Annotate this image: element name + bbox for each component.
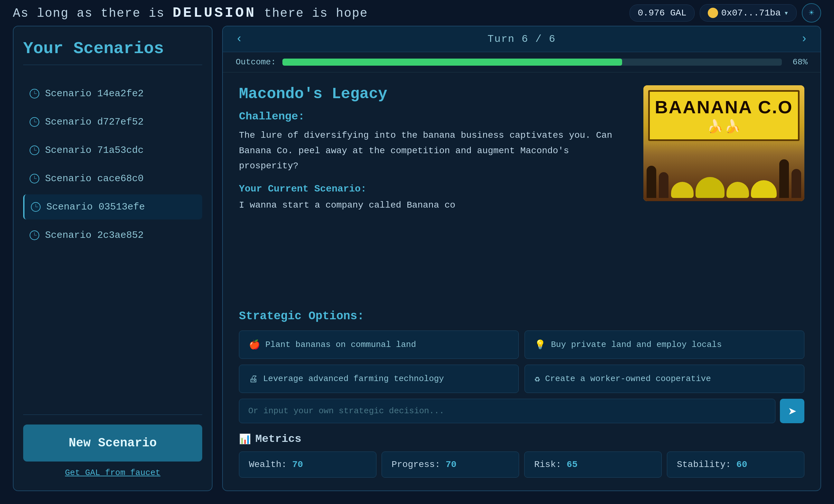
challenge-label: Challenge:: [239, 110, 627, 123]
clock-icon: [30, 174, 39, 183]
progress-value: 70: [446, 460, 457, 469]
metrics-section: 📊 Metrics Wealth: 70 Progress: 70 Risk: …: [223, 433, 820, 490]
coin-icon: [708, 8, 718, 18]
wallet-address: 0x07...71ba: [721, 8, 781, 18]
gal-badge: 0.976 GAL: [630, 4, 694, 22]
content-right: BAANANA C.O 🍌 🍌: [643, 85, 804, 297]
option-farming-tech[interactable]: 🖨 Leverage advanced farming technology: [239, 365, 519, 393]
metrics-title-row: 📊 Metrics: [239, 433, 804, 445]
prev-turn-button[interactable]: ‹: [236, 32, 243, 46]
progress-label: Progress:: [392, 460, 440, 469]
sidebar-divider: [23, 414, 202, 415]
metric-stability: Stability: 60: [667, 452, 804, 478]
risk-label: Risk:: [534, 460, 561, 469]
main-layout: Your Scenarios Scenario 14ea2fe2 Scenari…: [0, 26, 834, 504]
scenario-label: Scenario 71a53cdc: [45, 145, 144, 156]
clock-icon: [30, 117, 39, 127]
option-label: Leverage advanced farming technology: [263, 374, 444, 384]
sidebar-item-2c3ae852[interactable]: Scenario 2c3ae852: [23, 223, 202, 248]
current-scenario-label: Your Current Scenario:: [239, 183, 627, 194]
strategic-options-section: Strategic Options: 🍎 Plant bananas on co…: [223, 310, 820, 433]
scenario-label: Scenario 2c3ae852: [45, 230, 144, 241]
scenario-label: Scenario 14ea2fe2: [45, 88, 144, 99]
metrics-grid: Wealth: 70 Progress: 70 Risk: 65 Stabili…: [239, 452, 804, 478]
send-strategy-button[interactable]: ➤: [780, 399, 804, 423]
plant-icon: 🍎: [249, 339, 260, 350]
metric-risk: Risk: 65: [524, 452, 662, 478]
sidebar-item-71a53cdc[interactable]: Scenario 71a53cdc: [23, 138, 202, 163]
clock-icon: [30, 145, 39, 155]
main-content: ‹ Turn 6 / 6 › Outcome: 68% Macondo's Le…: [222, 26, 821, 491]
gal-amount: 0.976 GAL: [638, 8, 686, 18]
strategic-options-title: Strategic Options:: [239, 310, 804, 323]
custom-strategy-input[interactable]: [239, 399, 775, 423]
sidebar: Your Scenarios Scenario 14ea2fe2 Scenari…: [13, 26, 213, 491]
outcome-percent: 68%: [788, 57, 808, 67]
stability-label: Stability:: [677, 460, 731, 469]
scenario-list: Scenario 14ea2fe2 Scenario d727ef52 Scen…: [23, 81, 202, 405]
wealth-value: 70: [292, 460, 303, 469]
challenge-text: The lure of diversifying into the banana…: [239, 128, 627, 174]
clock-icon: [30, 230, 39, 240]
turn-label: Turn 6 / 6: [487, 33, 556, 45]
outcome-progress-bar: [282, 59, 782, 66]
wallet-badge[interactable]: 0x07...71ba ▾: [700, 4, 797, 22]
sidebar-item-cace68c0[interactable]: Scenario cace68c0: [23, 166, 202, 191]
settings-button[interactable]: ☀: [802, 3, 821, 23]
tagline-suffix: there is hope: [264, 6, 368, 20]
custom-input-row: ➤: [239, 399, 804, 423]
sidebar-item-03513efe[interactable]: Scenario 03513efe: [23, 194, 202, 220]
risk-value: 65: [567, 460, 578, 469]
sidebar-item-d727ef52[interactable]: Scenario d727ef52: [23, 109, 202, 135]
option-cooperative[interactable]: ♻ Create a worker-owned cooperative: [525, 365, 804, 393]
option-label: Plant bananas on communal land: [265, 340, 416, 349]
scenario-main-title: Macondo's Legacy: [239, 85, 627, 103]
option-plant-bananas[interactable]: 🍎 Plant bananas on communal land: [239, 330, 519, 359]
scenario-image: BAANANA C.O 🍌 🍌: [643, 85, 804, 201]
recycle-icon: ♻: [534, 373, 540, 384]
header-right: 0.976 GAL 0x07...71ba ▾ ☀: [630, 3, 821, 23]
tagline-prefix: As long as there is: [13, 6, 164, 20]
sidebar-item-14ea2fe2[interactable]: Scenario 14ea2fe2: [23, 81, 202, 106]
header: As long as there is DELUSION there is ho…: [0, 0, 834, 26]
wealth-label: Wealth:: [249, 460, 287, 469]
send-icon: ➤: [788, 405, 797, 417]
sidebar-title: Your Scenarios: [23, 39, 202, 65]
lightbulb-icon: 💡: [534, 339, 546, 350]
stability-value: 60: [737, 460, 747, 469]
outcome-progress-fill: [282, 59, 622, 66]
option-label: Create a worker-owned cooperative: [545, 374, 711, 384]
metric-progress: Progress: 70: [381, 452, 519, 478]
turn-navigation: ‹ Turn 6 / 6 ›: [223, 26, 820, 52]
new-scenario-button[interactable]: New Scenario: [23, 425, 202, 461]
outcome-label: Outcome:: [236, 57, 276, 67]
brand-name: DELUSION: [173, 5, 256, 21]
options-grid: 🍎 Plant bananas on communal land 💡 Buy p…: [239, 330, 804, 393]
header-tagline: As long as there is DELUSION there is ho…: [13, 5, 368, 21]
tech-icon: 🖨: [249, 373, 258, 384]
content-area: Macondo's Legacy Challenge: The lure of …: [223, 72, 820, 310]
dropdown-arrow-icon: ▾: [784, 8, 789, 18]
banana-sign-text: BAANANA C.O: [655, 97, 793, 117]
faucet-link[interactable]: Get GAL from faucet: [23, 468, 202, 478]
scenario-label: Scenario 03513efe: [46, 202, 145, 212]
content-left: Macondo's Legacy Challenge: The lure of …: [239, 85, 627, 297]
sun-icon: ☀: [809, 7, 814, 18]
option-buy-land[interactable]: 💡 Buy private land and employ locals: [525, 330, 804, 359]
clock-icon: [31, 202, 41, 212]
scenario-label: Scenario d727ef52: [45, 116, 144, 128]
scenario-label: Scenario cace68c0: [45, 173, 144, 184]
outcome-bar-row: Outcome: 68%: [223, 52, 820, 72]
next-turn-button[interactable]: ›: [800, 32, 808, 46]
metrics-title: Metrics: [255, 433, 301, 445]
current-scenario-text: I wanna start a company called Banana co: [239, 198, 627, 213]
metrics-bar-icon: 📊: [239, 433, 251, 445]
metric-wealth: Wealth: 70: [239, 452, 376, 478]
clock-icon: [30, 89, 39, 98]
option-label: Buy private land and employ locals: [551, 340, 722, 349]
